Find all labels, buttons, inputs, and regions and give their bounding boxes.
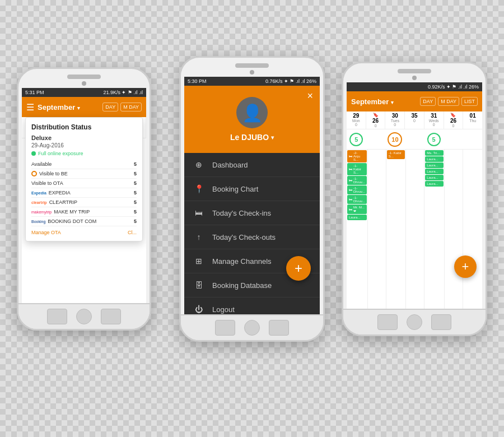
green-dot-icon <box>31 151 36 156</box>
hamburger-icon-left[interactable]: ☰ <box>26 102 34 113</box>
booking-dhruv1[interactable]: 🛏-1- Dhruv... <box>347 176 367 185</box>
camera-left <box>82 81 86 86</box>
nav-recent-left[interactable] <box>101 309 121 324</box>
screen-left: 5:31 PM 21.9K/s ✦ ⚑ .ıl .ıl ☰ September … <box>22 88 146 303</box>
dist-label-booking: Booking BOOKING DOT COM <box>31 218 96 224</box>
signals-center: 0.76K/s ✦ ⚑ .ıl .ıl 26% <box>265 78 316 84</box>
right-date-35: 35 0 <box>405 111 424 129</box>
popup-title: Distribution Status <box>31 123 137 131</box>
checkins-icon: 🛏 <box>193 208 204 217</box>
status-bar-center: 5:30 PM 0.76K/s ✦ ⚑ .ıl .ıl 26% <box>184 77 320 86</box>
close-drawer-icon[interactable]: × <box>307 90 313 102</box>
menu-label-checkins: Today's Check-ins <box>212 209 271 217</box>
tab-mday-right[interactable]: M DAY <box>438 97 459 106</box>
booking-anju[interactable]: 🛏-2- Anju S... <box>347 150 367 162</box>
nav-home-center[interactable] <box>244 320 260 336</box>
dist-value-cleartrip: 5 <box>134 199 137 205</box>
dashboard-icon: ⊕ <box>193 160 204 169</box>
tab-day-left[interactable]: DAY <box>102 103 118 111</box>
drawer-header: × 👤 Le DJUBO ▾ <box>184 86 320 153</box>
booking-mrm[interactable]: 🛏Mr. M... ❤ <box>347 204 367 214</box>
dist-label-ota: Visible to OTA <box>31 180 63 186</box>
mmt-logo: makemytrip <box>31 210 52 214</box>
booking-laura4[interactable]: Laura... <box>425 175 443 180</box>
manage-ota-link[interactable]: Manage OTA <box>31 230 61 235</box>
booking-laura-col1[interactable]: Laura... <box>347 215 367 220</box>
close-popup-link[interactable]: Cl... <box>128 230 137 235</box>
user-name: Le DJUBO ▾ <box>193 133 311 142</box>
dist-value-booking: 5 <box>134 218 137 224</box>
nav-home-left[interactable] <box>76 309 92 324</box>
signals-left: 21.9K/s ✦ ⚑ .ıl .ıl <box>103 90 143 95</box>
nav-back-center[interactable] <box>215 320 235 336</box>
signals-right: 0.92K/s ✦ ⚑ .ıl .ıl 26% <box>428 84 479 90</box>
menu-item-logout[interactable]: ⏻ Logout <box>184 297 320 314</box>
right-date-01: 01 Thu <box>463 111 482 129</box>
popup-room-type: Deluxe <box>31 134 137 141</box>
phone-bottom-right <box>343 309 486 334</box>
phone-left: 5:31 PM 21.9K/s ✦ ⚑ .ıl .ıl ☰ September … <box>17 67 151 331</box>
be-circle-icon <box>31 171 37 176</box>
circle-badge-5b: 5 <box>427 133 441 146</box>
menu-label-dashboard: Dashboard <box>212 161 248 169</box>
distribution-popup: Distribution Status Deluxe 29-Aug-2016 F… <box>25 117 143 241</box>
logout-icon: ⏻ <box>193 305 204 314</box>
booking-laura3[interactable]: Laura... <box>425 169 443 174</box>
menu-item-dashboard[interactable]: ⊕ Dashboard <box>184 153 320 177</box>
menu-item-checkouts[interactable]: ↑ Today's Check-outs <box>184 225 320 249</box>
dist-label-be: Visible to BE <box>31 171 68 176</box>
nav-back-left[interactable] <box>47 309 67 324</box>
scene: 5:31 PM 21.9K/s ✦ ⚑ .ıl .ıl ☰ September … <box>0 0 504 437</box>
circle-badge-10: 10 <box>388 132 402 147</box>
camera-center <box>250 70 254 75</box>
booking-dhruv3[interactable]: 🛏-1- Dhruv... <box>347 195 367 204</box>
tab-list-right[interactable]: LIST <box>461 97 478 106</box>
user-avatar: 👤 <box>236 97 268 128</box>
booking-laura2[interactable]: Laura... <box>425 162 443 168</box>
popup-date: 29-Aug-2016 <box>31 142 137 148</box>
booking-kabir2[interactable]: -1- Kabir S... <box>387 150 405 159</box>
menu-item-booking-chart[interactable]: 📍 Booking Chart <box>184 177 320 201</box>
phone-bottom-left <box>18 303 150 329</box>
dist-value-ota: 5 <box>134 180 137 186</box>
app-header-right: September ▾ DAY M DAY LIST <box>347 91 482 111</box>
status-bar-left: 5:31 PM 21.9K/s ✦ ⚑ .ıl .ıl <box>22 88 146 97</box>
nav-home-right[interactable] <box>407 314 422 330</box>
menu-label-booking-chart: Booking Chart <box>212 185 258 193</box>
menu-item-checkins[interactable]: 🛏 Today's Check-ins <box>184 201 320 225</box>
fab-button-right[interactable]: + <box>454 255 477 278</box>
dropdown-arrow-center[interactable]: ▾ <box>271 134 274 141</box>
booking-laura5[interactable]: Laura... <box>425 181 443 187</box>
booking-laura1[interactable]: Laura... <box>425 156 443 162</box>
booking-kabir1[interactable]: 🛏-1- Kabir S... <box>347 163 367 175</box>
phone-right: 0.92K/s ✦ ⚑ .ıl .ıl 26% September ▾ DAY … <box>342 62 487 336</box>
channels-icon: ⊞ <box>193 257 204 266</box>
status-bar-right: 0.92K/s ✦ ⚑ .ıl .ıl 26% <box>347 82 482 91</box>
booking-mstri[interactable]: Ms. Tri... <box>425 150 443 156</box>
tab-day-right[interactable]: DAY <box>420 97 436 106</box>
circle-badge-5a: 5 <box>349 133 363 146</box>
circle-badges-row: 5 10 5 <box>347 129 482 150</box>
month-title-right: September ▾ <box>351 97 417 106</box>
app-header-left: ☰ September ▾ DAY M DAY <box>22 97 146 117</box>
dist-value-available: 5 <box>134 161 137 167</box>
nav-recent-center[interactable] <box>269 320 289 336</box>
circle-col-3: 10 <box>385 132 405 147</box>
checkouts-icon: ↑ <box>193 233 204 241</box>
booking-col-weds: Ms. Tri... Laura... Laura... Laura... La… <box>424 150 444 309</box>
nav-back-right[interactable] <box>377 314 398 330</box>
fab-button-center[interactable]: + <box>286 256 311 281</box>
phone-bottom-center <box>181 314 323 340</box>
database-icon: 🗄 <box>193 281 204 290</box>
booking-dhruv2[interactable]: 🛏-1- Dhruv... <box>347 185 367 194</box>
booking-col-tues: -1- Kabir S... <box>386 150 406 309</box>
right-date-26b: 🔖 26 0 <box>444 111 464 129</box>
nav-recent-right[interactable] <box>431 314 451 330</box>
circle-col-5: 5 <box>424 133 444 146</box>
menu-label-channels: Manage Channels <box>212 257 272 266</box>
expedia-logo: Expedia <box>31 191 46 195</box>
tab-mday-left[interactable]: M DAY <box>120 103 142 111</box>
booking-logo: Booking <box>31 220 45 224</box>
menu-label-checkouts: Today's Check-outs <box>212 233 276 241</box>
speaker-left <box>67 75 101 79</box>
